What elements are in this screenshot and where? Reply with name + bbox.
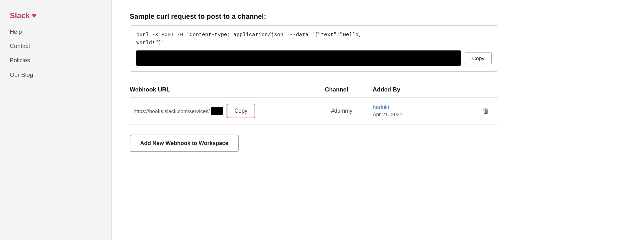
webhook-url-text: https://hooks.slack.com/services/ [134, 108, 210, 114]
sidebar: Slack ♥ Help Contact Policies Our Blog [0, 0, 111, 240]
curl-copy-button[interactable]: Copy [465, 52, 492, 64]
table-body: https://hooks.slack.com/services/ Copy #… [130, 97, 498, 125]
webhook-url-cell: https://hooks.slack.com/services/ Copy [130, 97, 325, 125]
delete-icon[interactable]: 🗑 [477, 107, 494, 115]
curl-section-title: Sample curl request to post to a channel… [130, 13, 626, 21]
added-by-name[interactable]: haduki [373, 104, 473, 111]
webhook-table: Webhook URL Channel Added By https://hoo… [130, 83, 498, 125]
heart-icon: ♥ [32, 11, 37, 20]
table-row: https://hooks.slack.com/services/ Copy #… [130, 97, 498, 125]
added-by-date: Apr 21, 2021 [373, 111, 403, 117]
curl-redacted-block [136, 50, 461, 66]
curl-code: curl -X POST -H 'Content-type: applicati… [136, 31, 492, 47]
webhook-copy-button-wrapper: Copy [227, 104, 255, 118]
webhook-url-input: https://hooks.slack.com/services/ [130, 104, 227, 118]
webhook-url-redacted [211, 107, 223, 115]
sidebar-item-our-blog[interactable]: Our Blog [10, 70, 102, 80]
webhook-copy-button[interactable]: Copy [228, 105, 254, 117]
table-header: Webhook URL Channel Added By [130, 83, 498, 97]
add-webhook-button[interactable]: Add New Webhook to Workspace [130, 135, 239, 152]
sidebar-item-help[interactable]: Help [10, 27, 102, 37]
curl-redacted-row: Copy [136, 50, 492, 66]
col-header-added-by: Added By [373, 83, 477, 97]
col-header-url: Webhook URL [130, 83, 325, 97]
sidebar-logo: Slack ♥ [10, 11, 102, 20]
col-header-channel: Channel [325, 83, 373, 97]
added-by-cell: haduki Apr 21, 2021 [373, 97, 477, 125]
sidebar-item-policies[interactable]: Policies [10, 56, 102, 65]
delete-cell: 🗑 [477, 97, 498, 125]
main-content: Sample curl request to post to a channel… [111, 0, 644, 240]
col-header-actions [477, 83, 498, 97]
channel-cell: #dummy [325, 97, 373, 125]
sidebar-item-contact[interactable]: Contact [10, 41, 102, 51]
curl-box: curl -X POST -H 'Content-type: applicati… [130, 25, 498, 72]
